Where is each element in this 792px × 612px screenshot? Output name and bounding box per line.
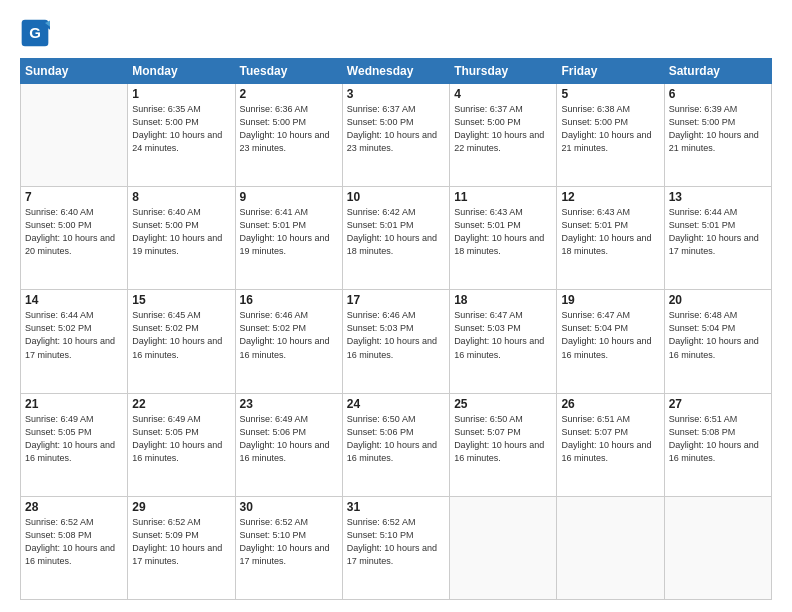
day-info: Sunrise: 6:43 AM Sunset: 5:01 PM Dayligh… <box>561 206 659 258</box>
calendar-cell: 23Sunrise: 6:49 AM Sunset: 5:06 PM Dayli… <box>235 393 342 496</box>
logo-icon: G <box>20 18 50 48</box>
calendar-cell: 8Sunrise: 6:40 AM Sunset: 5:00 PM Daylig… <box>128 187 235 290</box>
day-number: 20 <box>669 293 767 307</box>
calendar-cell: 24Sunrise: 6:50 AM Sunset: 5:06 PM Dayli… <box>342 393 449 496</box>
calendar-cell: 9Sunrise: 6:41 AM Sunset: 5:01 PM Daylig… <box>235 187 342 290</box>
calendar-cell: 12Sunrise: 6:43 AM Sunset: 5:01 PM Dayli… <box>557 187 664 290</box>
calendar-cell: 18Sunrise: 6:47 AM Sunset: 5:03 PM Dayli… <box>450 290 557 393</box>
week-row-4: 21Sunrise: 6:49 AM Sunset: 5:05 PM Dayli… <box>21 393 772 496</box>
calendar-cell: 1Sunrise: 6:35 AM Sunset: 5:00 PM Daylig… <box>128 84 235 187</box>
calendar-cell <box>450 496 557 599</box>
day-info: Sunrise: 6:44 AM Sunset: 5:01 PM Dayligh… <box>669 206 767 258</box>
day-info: Sunrise: 6:49 AM Sunset: 5:06 PM Dayligh… <box>240 413 338 465</box>
day-number: 17 <box>347 293 445 307</box>
week-row-5: 28Sunrise: 6:52 AM Sunset: 5:08 PM Dayli… <box>21 496 772 599</box>
day-number: 14 <box>25 293 123 307</box>
calendar-cell: 6Sunrise: 6:39 AM Sunset: 5:00 PM Daylig… <box>664 84 771 187</box>
day-info: Sunrise: 6:35 AM Sunset: 5:00 PM Dayligh… <box>132 103 230 155</box>
day-info: Sunrise: 6:46 AM Sunset: 5:03 PM Dayligh… <box>347 309 445 361</box>
calendar-cell: 19Sunrise: 6:47 AM Sunset: 5:04 PM Dayli… <box>557 290 664 393</box>
day-info: Sunrise: 6:37 AM Sunset: 5:00 PM Dayligh… <box>454 103 552 155</box>
day-number: 29 <box>132 500 230 514</box>
calendar-cell: 17Sunrise: 6:46 AM Sunset: 5:03 PM Dayli… <box>342 290 449 393</box>
day-number: 23 <box>240 397 338 411</box>
calendar-cell: 28Sunrise: 6:52 AM Sunset: 5:08 PM Dayli… <box>21 496 128 599</box>
page: G SundayMondayTuesdayWednesdayThursdayFr… <box>0 0 792 612</box>
calendar-cell <box>557 496 664 599</box>
day-info: Sunrise: 6:42 AM Sunset: 5:01 PM Dayligh… <box>347 206 445 258</box>
day-number: 31 <box>347 500 445 514</box>
day-number: 25 <box>454 397 552 411</box>
weekday-header-tuesday: Tuesday <box>235 59 342 84</box>
day-info: Sunrise: 6:39 AM Sunset: 5:00 PM Dayligh… <box>669 103 767 155</box>
calendar-cell: 31Sunrise: 6:52 AM Sunset: 5:10 PM Dayli… <box>342 496 449 599</box>
day-number: 3 <box>347 87 445 101</box>
day-number: 1 <box>132 87 230 101</box>
day-info: Sunrise: 6:49 AM Sunset: 5:05 PM Dayligh… <box>25 413 123 465</box>
day-number: 10 <box>347 190 445 204</box>
calendar-cell: 26Sunrise: 6:51 AM Sunset: 5:07 PM Dayli… <box>557 393 664 496</box>
weekday-header-saturday: Saturday <box>664 59 771 84</box>
weekday-header-monday: Monday <box>128 59 235 84</box>
calendar-cell: 11Sunrise: 6:43 AM Sunset: 5:01 PM Dayli… <box>450 187 557 290</box>
calendar-cell: 25Sunrise: 6:50 AM Sunset: 5:07 PM Dayli… <box>450 393 557 496</box>
day-info: Sunrise: 6:51 AM Sunset: 5:07 PM Dayligh… <box>561 413 659 465</box>
day-info: Sunrise: 6:43 AM Sunset: 5:01 PM Dayligh… <box>454 206 552 258</box>
day-number: 24 <box>347 397 445 411</box>
day-info: Sunrise: 6:50 AM Sunset: 5:07 PM Dayligh… <box>454 413 552 465</box>
svg-text:G: G <box>29 24 41 41</box>
calendar-cell: 5Sunrise: 6:38 AM Sunset: 5:00 PM Daylig… <box>557 84 664 187</box>
day-info: Sunrise: 6:47 AM Sunset: 5:04 PM Dayligh… <box>561 309 659 361</box>
day-number: 2 <box>240 87 338 101</box>
day-info: Sunrise: 6:36 AM Sunset: 5:00 PM Dayligh… <box>240 103 338 155</box>
calendar-cell: 29Sunrise: 6:52 AM Sunset: 5:09 PM Dayli… <box>128 496 235 599</box>
day-info: Sunrise: 6:44 AM Sunset: 5:02 PM Dayligh… <box>25 309 123 361</box>
day-number: 16 <box>240 293 338 307</box>
calendar-cell <box>21 84 128 187</box>
day-info: Sunrise: 6:50 AM Sunset: 5:06 PM Dayligh… <box>347 413 445 465</box>
calendar-cell: 10Sunrise: 6:42 AM Sunset: 5:01 PM Dayli… <box>342 187 449 290</box>
day-number: 5 <box>561 87 659 101</box>
weekday-header-row: SundayMondayTuesdayWednesdayThursdayFrid… <box>21 59 772 84</box>
day-number: 4 <box>454 87 552 101</box>
calendar-table: SundayMondayTuesdayWednesdayThursdayFrid… <box>20 58 772 600</box>
day-info: Sunrise: 6:52 AM Sunset: 5:08 PM Dayligh… <box>25 516 123 568</box>
header: G <box>20 18 772 48</box>
day-number: 9 <box>240 190 338 204</box>
calendar-cell: 22Sunrise: 6:49 AM Sunset: 5:05 PM Dayli… <box>128 393 235 496</box>
weekday-header-sunday: Sunday <box>21 59 128 84</box>
day-number: 6 <box>669 87 767 101</box>
day-number: 21 <box>25 397 123 411</box>
day-info: Sunrise: 6:38 AM Sunset: 5:00 PM Dayligh… <box>561 103 659 155</box>
day-info: Sunrise: 6:37 AM Sunset: 5:00 PM Dayligh… <box>347 103 445 155</box>
day-number: 28 <box>25 500 123 514</box>
day-info: Sunrise: 6:48 AM Sunset: 5:04 PM Dayligh… <box>669 309 767 361</box>
calendar-cell: 21Sunrise: 6:49 AM Sunset: 5:05 PM Dayli… <box>21 393 128 496</box>
day-number: 12 <box>561 190 659 204</box>
day-info: Sunrise: 6:51 AM Sunset: 5:08 PM Dayligh… <box>669 413 767 465</box>
day-number: 8 <box>132 190 230 204</box>
day-info: Sunrise: 6:40 AM Sunset: 5:00 PM Dayligh… <box>25 206 123 258</box>
day-number: 13 <box>669 190 767 204</box>
week-row-1: 1Sunrise: 6:35 AM Sunset: 5:00 PM Daylig… <box>21 84 772 187</box>
calendar-cell: 3Sunrise: 6:37 AM Sunset: 5:00 PM Daylig… <box>342 84 449 187</box>
weekday-header-thursday: Thursday <box>450 59 557 84</box>
week-row-3: 14Sunrise: 6:44 AM Sunset: 5:02 PM Dayli… <box>21 290 772 393</box>
day-number: 19 <box>561 293 659 307</box>
day-info: Sunrise: 6:46 AM Sunset: 5:02 PM Dayligh… <box>240 309 338 361</box>
calendar-cell: 27Sunrise: 6:51 AM Sunset: 5:08 PM Dayli… <box>664 393 771 496</box>
day-number: 30 <box>240 500 338 514</box>
day-info: Sunrise: 6:52 AM Sunset: 5:10 PM Dayligh… <box>347 516 445 568</box>
day-info: Sunrise: 6:52 AM Sunset: 5:09 PM Dayligh… <box>132 516 230 568</box>
day-number: 26 <box>561 397 659 411</box>
day-number: 18 <box>454 293 552 307</box>
day-info: Sunrise: 6:49 AM Sunset: 5:05 PM Dayligh… <box>132 413 230 465</box>
day-info: Sunrise: 6:41 AM Sunset: 5:01 PM Dayligh… <box>240 206 338 258</box>
calendar-cell: 15Sunrise: 6:45 AM Sunset: 5:02 PM Dayli… <box>128 290 235 393</box>
calendar-cell: 2Sunrise: 6:36 AM Sunset: 5:00 PM Daylig… <box>235 84 342 187</box>
day-number: 15 <box>132 293 230 307</box>
calendar-cell: 20Sunrise: 6:48 AM Sunset: 5:04 PM Dayli… <box>664 290 771 393</box>
calendar-cell: 16Sunrise: 6:46 AM Sunset: 5:02 PM Dayli… <box>235 290 342 393</box>
weekday-header-wednesday: Wednesday <box>342 59 449 84</box>
weekday-header-friday: Friday <box>557 59 664 84</box>
